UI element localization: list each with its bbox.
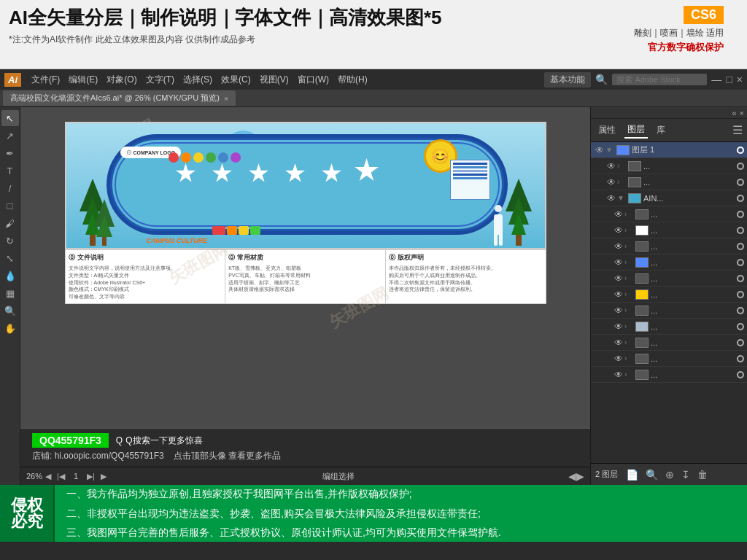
layer-arrow-3[interactable]: ▼	[617, 194, 626, 202]
layer-arrow-11[interactable]: ›	[624, 322, 633, 330]
maximize-icon[interactable]: □	[726, 74, 732, 85]
layer-arrow-1[interactable]: ›	[617, 162, 626, 170]
panel-collapse-icon[interactable]: «	[732, 109, 736, 117]
layer-row-4[interactable]: 👁 › ...	[591, 206, 747, 222]
type-tool[interactable]: T	[1, 163, 19, 179]
layer-row-7[interactable]: 👁 › ...	[591, 254, 747, 271]
layer-row-2[interactable]: 👁 › ...	[591, 174, 747, 190]
panel-close-icon[interactable]: ×	[740, 109, 744, 117]
layer-row-10[interactable]: 👁 › ...	[591, 303, 747, 319]
adobe-stock-search[interactable]	[612, 74, 707, 85]
layer-dot-8[interactable]	[737, 275, 744, 282]
basic-func-button[interactable]: 基本功能	[544, 72, 591, 88]
zoom-tool[interactable]: 🔍	[1, 303, 19, 319]
menu-effect[interactable]: 效果(C)	[217, 74, 255, 86]
layer-eye-10[interactable]: 👁	[613, 305, 624, 316]
layer-dot-11[interactable]	[737, 323, 744, 330]
layer-eye-6[interactable]: 👁	[613, 241, 624, 252]
eyedropper-tool[interactable]: 💧	[1, 268, 19, 284]
layer-arrow-9[interactable]: ›	[624, 290, 633, 298]
menu-text[interactable]: 文字(T)	[142, 74, 179, 86]
layer-dot-13[interactable]	[737, 355, 744, 362]
rect-tool[interactable]: □	[1, 198, 19, 214]
menu-window[interactable]: 窗口(W)	[293, 74, 333, 86]
layer-dot-1[interactable]	[737, 163, 744, 170]
layer-arrow-14[interactable]: ›	[624, 370, 633, 378]
layer-arrow-7[interactable]: ›	[624, 258, 633, 266]
layer-row-8[interactable]: 👁 › ...	[591, 271, 747, 287]
layer-eye-9[interactable]: 👁	[613, 289, 624, 300]
layer-dot-14[interactable]	[737, 371, 744, 378]
layer-row-1[interactable]: 👁 › ...	[591, 158, 747, 174]
document-tab[interactable]: 高端校园文化墙源文件AIcs6.ai* @ 26% (CMYK/GPU 预览) …	[3, 90, 236, 106]
select-tool[interactable]: ↖	[1, 110, 19, 126]
gradient-tool[interactable]: ▦	[1, 285, 19, 301]
layer-dot-7[interactable]	[737, 259, 744, 266]
tab-library[interactable]: 库	[654, 122, 668, 138]
menu-select[interactable]: 选择(S)	[179, 74, 217, 86]
layer-dot-12[interactable]	[737, 339, 744, 346]
layer-arrow-5[interactable]: ›	[624, 226, 633, 234]
layer-eye-2[interactable]: 👁	[605, 176, 617, 188]
layer-row-5[interactable]: 👁 › ...	[591, 222, 747, 238]
panel-btn-search[interactable]: 🔍	[643, 469, 660, 481]
layer-eye-5[interactable]: 👁	[613, 225, 624, 236]
menu-file[interactable]: 文件(F)	[27, 74, 64, 86]
tab-close-button[interactable]: ×	[224, 94, 228, 103]
menu-view[interactable]: 视图(V)	[255, 74, 293, 86]
minimize-icon[interactable]: —	[711, 74, 721, 85]
layer-dot-9[interactable]	[737, 291, 744, 298]
layer-row-13[interactable]: 👁 › ...	[591, 351, 747, 367]
layer-arrow-2[interactable]: ›	[617, 178, 626, 186]
layer-row-9[interactable]: 👁 › ...	[591, 287, 747, 303]
layer-eye-3[interactable]: 👁	[605, 192, 617, 204]
scroll-right[interactable]: ▶	[576, 470, 584, 482]
layer-eye-12[interactable]: 👁	[613, 337, 624, 349]
layer-row-14[interactable]: 👁 › ...	[591, 367, 747, 383]
panel-btn-add[interactable]: ⊕	[663, 469, 676, 481]
layer-eye-14[interactable]: 👁	[613, 369, 624, 381]
menu-edit[interactable]: 编辑(E)	[64, 74, 102, 86]
layer-row-main[interactable]: 👁 ▼ 图层 1	[591, 142, 747, 158]
scroll-left[interactable]: ◀	[568, 470, 576, 482]
layer-visibility-icon[interactable]: 👁	[594, 144, 605, 156]
line-tool[interactable]: /	[1, 180, 19, 196]
layer-row-6[interactable]: 👁 › ...	[591, 238, 747, 254]
layer-eye-13[interactable]: 👁	[613, 353, 624, 365]
layer-expand-icon[interactable]: ▼	[605, 146, 614, 154]
prev-page-button[interactable]: ◀	[45, 472, 51, 481]
next-page-button[interactable]: ▶	[101, 472, 107, 481]
brush-tool[interactable]: 🖌	[1, 215, 19, 231]
layer-dot-6[interactable]	[737, 243, 744, 250]
first-page-button[interactable]: |◀	[57, 472, 65, 481]
layer-dot-2[interactable]	[737, 179, 744, 186]
layer-eye-11[interactable]: 👁	[613, 321, 624, 332]
tab-layers[interactable]: 图层	[624, 122, 648, 139]
layer-target-dot[interactable]	[737, 147, 744, 154]
layers-list[interactable]: 👁 ▼ 图层 1 👁 › ... 👁 › ...	[591, 142, 747, 463]
layer-row-3[interactable]: 👁 ▼ AIN...	[591, 190, 747, 206]
layer-arrow-13[interactable]: ›	[624, 354, 633, 362]
layer-arrow-4[interactable]: ›	[624, 210, 633, 218]
layer-dot-5[interactable]	[737, 227, 744, 234]
panel-btn-new-layer[interactable]: 📄	[624, 469, 640, 481]
tab-properties[interactable]: 属性	[595, 122, 619, 138]
menu-help[interactable]: 帮助(H)	[333, 74, 372, 86]
layer-dot-3[interactable]	[737, 195, 744, 202]
layer-eye-8[interactable]: 👁	[613, 273, 624, 284]
panel-btn-move[interactable]: ↧	[679, 469, 692, 481]
last-page-button[interactable]: ▶|	[87, 472, 95, 481]
layer-arrow-10[interactable]: ›	[624, 306, 633, 314]
panel-menu-icon[interactable]: ☰	[732, 123, 743, 137]
layer-dot-4[interactable]	[737, 211, 744, 218]
layer-row-11[interactable]: 👁 › ...	[591, 319, 747, 335]
layer-arrow-12[interactable]: ›	[624, 338, 633, 346]
scale-tool[interactable]: ⤡	[1, 250, 19, 266]
panel-btn-delete[interactable]: 🗑	[695, 469, 710, 481]
layer-dot-10[interactable]	[737, 307, 744, 314]
pen-tool[interactable]: ✒	[1, 145, 19, 161]
layer-eye-7[interactable]: 👁	[613, 257, 624, 268]
direct-select-tool[interactable]: ↗	[1, 128, 19, 144]
layer-row-12[interactable]: 👁 › ...	[591, 335, 747, 351]
hand-tool[interactable]: ✋	[1, 320, 19, 336]
